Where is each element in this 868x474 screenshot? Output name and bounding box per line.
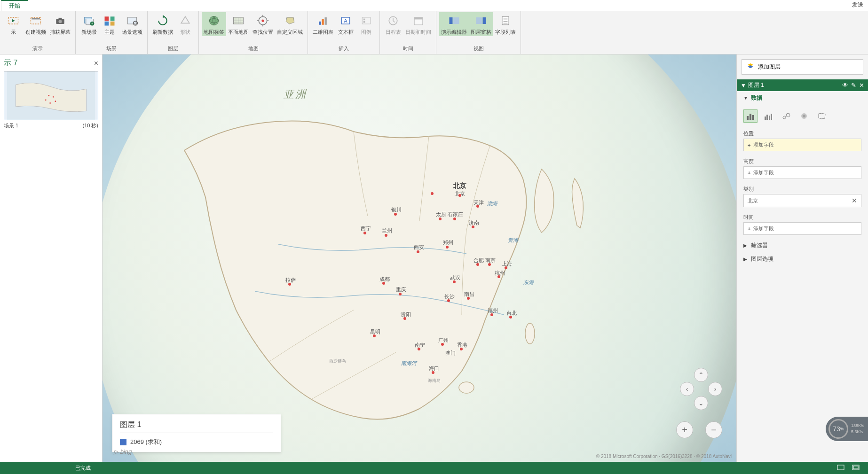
- map-nav-left-icon[interactable]: ‹: [680, 382, 694, 396]
- svg-rect-15: [127, 17, 136, 24]
- ribbon-play-demo[interactable]: 示: [3, 12, 24, 36]
- ribbon-field-list[interactable]: 字段列表: [493, 12, 518, 36]
- edit-icon[interactable]: ✎: [851, 82, 856, 89]
- map-label-taipei: 台北: [506, 310, 517, 317]
- svg-marker-18: [181, 16, 189, 23]
- data-section-header[interactable]: ▼ 数据: [743, 94, 861, 102]
- legend-item: 2069 (求和): [120, 438, 273, 446]
- ribbon-tour-editor[interactable]: 演示编辑器: [439, 12, 469, 36]
- viz-clustered-icon[interactable]: [761, 109, 775, 123]
- ribbon-capture-screen[interactable]: 捕获屏幕: [48, 12, 72, 36]
- map-label-shijiazhuang: 石家庄: [448, 211, 463, 218]
- map-label-lasa: 拉萨: [285, 277, 296, 284]
- collapse-arrow-icon: ▼: [741, 82, 746, 89]
- map-label-donghai: 东海: [523, 279, 534, 286]
- viz-heatmap-icon[interactable]: [797, 109, 811, 123]
- map-canvas[interactable]: 亚洲 北京 北京 天津 石家庄 太原 银川 西宁 兰州 济南 郑州 西安 合肥 …: [103, 54, 736, 462]
- map-label-nanning: 南宁: [415, 342, 425, 349]
- svg-rect-37: [476, 17, 482, 24]
- map-label-xining: 西宁: [361, 225, 371, 232]
- ribbon-textbox[interactable]: A 文本框: [335, 12, 356, 36]
- time-field-box[interactable]: + 添加字段: [743, 222, 861, 235]
- svg-point-45: [49, 102, 51, 104]
- view-mode-1-icon[interactable]: [837, 464, 844, 472]
- map-label-fuzhou: 福州: [488, 307, 498, 314]
- ribbon-shape[interactable]: 形状: [175, 12, 196, 36]
- svg-rect-63: [853, 466, 858, 469]
- scene-thumbnail[interactable]: [4, 71, 98, 120]
- status-text: 已完成: [75, 465, 91, 472]
- ribbon-schedule[interactable]: 日程表: [383, 12, 403, 36]
- svg-rect-11: [105, 16, 109, 21]
- viz-region-icon[interactable]: [815, 109, 829, 123]
- layer-header[interactable]: ▼ 图层 1 👁 ✎ ✕: [737, 79, 868, 91]
- ribbon-new-scene[interactable]: + 新场景: [79, 12, 99, 36]
- ribbon-map-labels[interactable]: 地图标签: [202, 12, 226, 36]
- height-field-box[interactable]: + 添加字段: [743, 166, 861, 179]
- performance-widget[interactable]: 73% 188K/s 5.3K/s: [826, 417, 868, 441]
- delete-icon[interactable]: ✕: [859, 82, 864, 89]
- map-label-nanjing: 南京: [485, 257, 496, 264]
- map-label-xisha: 西沙群岛: [329, 358, 346, 364]
- ribbon-chart-2d[interactable]: 二维图表: [311, 12, 335, 36]
- svg-rect-53: [765, 117, 766, 120]
- map-label-guiyang: 贵阳: [401, 311, 411, 318]
- viz-bubble-icon[interactable]: [779, 109, 793, 123]
- ribbon-custom-area[interactable]: 自定义区域: [275, 12, 305, 36]
- map-nav-up-icon[interactable]: ⌃: [694, 368, 708, 382]
- map-nav-controls: ⌃ ⌄ ‹ ›: [680, 368, 722, 410]
- visibility-icon[interactable]: 👁: [842, 82, 848, 89]
- ribbon-theme[interactable]: 主题: [99, 12, 120, 36]
- visualization-type-row: [737, 105, 868, 127]
- svg-point-60: [803, 115, 805, 117]
- ribbon-group-layer-label: 图层: [150, 44, 196, 53]
- map-label-yinchuan: 银川: [391, 206, 402, 213]
- map-label-taiyuan: 太原: [436, 211, 446, 218]
- ribbon-flat-map[interactable]: 平面地图: [226, 12, 251, 36]
- map-label-aomen: 澳门: [445, 350, 456, 357]
- ribbon-scene-options[interactable]: 场景选项: [120, 12, 144, 36]
- svg-rect-14: [110, 22, 115, 26]
- map-attribution: © 2018 Microsoft Corporation · GS(2016)3…: [596, 454, 732, 459]
- map-nav-down-icon[interactable]: ⌄: [694, 396, 708, 410]
- map-label-guangzhou: 广州: [438, 337, 449, 344]
- svg-point-19: [209, 16, 218, 25]
- scene-name: 场景 1: [4, 122, 18, 129]
- svg-rect-24: [319, 22, 321, 25]
- ribbon-find-location[interactable]: 查找位置: [251, 12, 275, 36]
- location-field-box[interactable]: + 添加字段: [743, 139, 861, 151]
- tab-start[interactable]: 开始: [1, 0, 28, 11]
- ribbon-group-insert-label: 插入: [311, 44, 377, 53]
- category-field-box[interactable]: 北京 ✕: [743, 194, 861, 207]
- ribbon-refresh-data[interactable]: 刷新数据: [150, 12, 175, 36]
- svg-point-42: [53, 96, 54, 98]
- scene-panel-close-icon[interactable]: ×: [94, 59, 98, 68]
- ribbon-layer-pane[interactable]: 图层窗格: [469, 12, 493, 36]
- map-label-changsha: 长沙: [444, 293, 455, 300]
- legend-box[interactable]: 图层 1 2069 (求和): [112, 414, 281, 452]
- map-label-xian: 西安: [414, 244, 424, 251]
- svg-point-47: [459, 382, 474, 393]
- ribbon-group-scene-label: 场景: [79, 44, 144, 53]
- svg-point-44: [55, 101, 56, 102]
- add-layer-button[interactable]: 添加图层: [742, 59, 863, 75]
- map-nav-right-icon[interactable]: ›: [708, 382, 722, 396]
- map-zoom-out-icon[interactable]: −: [705, 421, 722, 438]
- map-label-shanghai: 上海: [502, 260, 512, 267]
- svg-rect-30: [363, 19, 365, 21]
- clear-category-icon[interactable]: ✕: [852, 197, 857, 204]
- ribbon-date-time[interactable]: 日期和时间: [403, 12, 433, 36]
- svg-point-23: [261, 19, 264, 22]
- viz-column-icon[interactable]: [743, 109, 758, 123]
- filter-section-header[interactable]: ▶ 筛选器: [737, 239, 868, 252]
- tab-send[interactable]: 发送: [847, 0, 868, 11]
- status-bar: 已完成: [0, 462, 868, 474]
- scene-panel: 示 7 × 场景 1 (10 秒): [0, 54, 103, 462]
- ribbon-legend[interactable]: 图例: [356, 12, 377, 36]
- map-zoom-in-icon[interactable]: +: [676, 421, 693, 438]
- ribbon-create-video[interactable]: 创建视频: [24, 12, 48, 36]
- svg-point-58: [786, 113, 790, 117]
- layer-options-section-header[interactable]: ▶ 图层选项: [737, 252, 868, 266]
- view-mode-2-icon[interactable]: [852, 464, 860, 472]
- svg-rect-38: [483, 17, 486, 24]
